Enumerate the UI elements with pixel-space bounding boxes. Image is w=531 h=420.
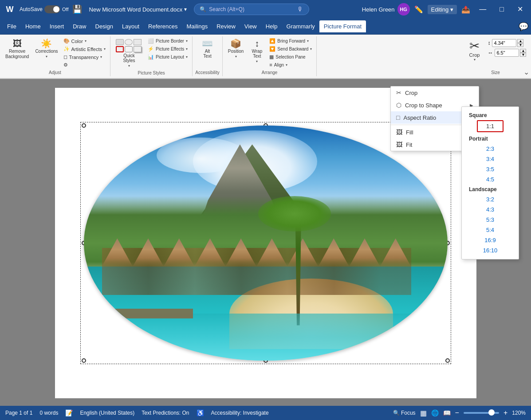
bring-forward-icon: 🔼: [269, 38, 275, 44]
menu-insert[interactable]: Insert: [45, 20, 69, 32]
aspect-16-10[interactable]: 16:10: [465, 245, 515, 255]
editing-mode[interactable]: Editing ▾: [428, 5, 457, 14]
menu-home[interactable]: Home: [21, 20, 45, 32]
view-web-icon[interactable]: 🌐: [431, 409, 439, 416]
color-button[interactable]: 🎨 Color ▾: [62, 37, 107, 45]
accessibility-label: Accessibility: [195, 69, 219, 76]
bring-forward-button[interactable]: 🔼 Bring Forward ▾: [267, 37, 314, 45]
picture-border-button[interactable]: ⬜ Picture Border ▾: [146, 37, 189, 45]
user-avatar[interactable]: HG: [397, 3, 410, 16]
artistic-effects-button[interactable]: ✨ Artistic Effects ▾: [62, 45, 107, 53]
language-icon[interactable]: 📝: [65, 409, 73, 416]
picture-styles-content: QuickStyles ▾ ⬜ Picture Border ▾ ⚡ Pictu…: [113, 37, 189, 70]
landscape-graphic: [84, 126, 448, 361]
microphone-icon[interactable]: 🎙: [297, 6, 303, 13]
selection-pane-button[interactable]: ▦ Selection Pane: [267, 53, 314, 61]
close-button[interactable]: ✕: [513, 0, 527, 19]
aspect-4-5[interactable]: 4:5: [465, 174, 515, 184]
menu-file[interactable]: File: [3, 20, 21, 32]
menu-help[interactable]: Help: [261, 20, 282, 32]
size-inputs: ↕ ▲ ▼ ↔ ▲ ▼: [488, 39, 526, 57]
more-adjust-button[interactable]: ⚙: [62, 61, 107, 69]
remove-background-button[interactable]: 🖼 RemoveBackground: [3, 37, 31, 61]
dropdown-arrow[interactable]: ▾: [184, 6, 187, 12]
width-input[interactable]: [495, 49, 519, 57]
arrange-label: Arrange: [225, 69, 314, 76]
aspect-5-4[interactable]: 5:4: [465, 225, 515, 235]
view-read-icon[interactable]: 📖: [443, 409, 451, 416]
zoom-slider[interactable]: [464, 412, 499, 414]
ribbon-group-arrange: 📦 Position ▾ ↕️ WrapText ▾ 🔼 Bring Forwa…: [223, 36, 317, 76]
save-icon[interactable]: 💾: [72, 4, 82, 14]
aspect-16-9[interactable]: 16:9: [465, 235, 515, 245]
crop-shape-icon: ⬡: [396, 102, 401, 109]
menu-picture-format[interactable]: Picture Format: [319, 20, 366, 32]
menu-view[interactable]: View: [240, 20, 261, 32]
aspect-ratio-icon: □: [396, 114, 400, 121]
width-up-button[interactable]: ▲: [520, 49, 526, 53]
transparency-arrow: ▾: [100, 55, 102, 59]
menu-references[interactable]: References: [144, 20, 182, 32]
send-backward-button[interactable]: 🔽 Send Backward ▾: [267, 45, 314, 53]
height-down-button[interactable]: ▼: [517, 43, 523, 47]
align-icon: ≡: [269, 62, 272, 67]
menu-grammarly[interactable]: Grammarly: [282, 20, 319, 32]
picture-styles-label: Picture Styles: [113, 70, 189, 77]
aspect-2-3[interactable]: 2:3: [465, 144, 515, 154]
zoom-in-button[interactable]: +: [503, 409, 507, 417]
transparency-icon: ◻: [63, 54, 67, 60]
aspect-3-5[interactable]: 3:5: [465, 164, 515, 174]
image-container[interactable]: [84, 126, 448, 361]
aspect-3-4[interactable]: 3:4: [465, 154, 515, 164]
focus-label[interactable]: 🔍 Focus: [393, 410, 416, 416]
adjust-label: Adjust: [3, 69, 107, 76]
palm-fronds: [258, 196, 331, 232]
portrait-title: Portrait: [465, 134, 515, 144]
position-button[interactable]: 📦 Position ▾: [225, 37, 247, 60]
aspect-4-3[interactable]: 4:3: [465, 204, 515, 215]
corrections-button[interactable]: ☀️ Corrections ▾: [32, 37, 60, 60]
editing-dropdown[interactable]: ▾: [450, 6, 453, 13]
minimize-button[interactable]: —: [475, 0, 491, 19]
quick-styles-button[interactable]: QuickStyles ▾: [113, 37, 145, 70]
picture-effects-button[interactable]: ⚡ Picture Effects ▾: [146, 45, 189, 53]
crop-menu-crop[interactable]: ✂ Crop: [391, 86, 479, 99]
share-icon[interactable]: 📤: [461, 5, 470, 14]
comments-icon[interactable]: 💬: [519, 22, 528, 31]
menu-layout[interactable]: Layout: [118, 20, 144, 32]
accessibility-content: ⌨️ AltText: [198, 37, 217, 69]
menu-design[interactable]: Design: [91, 20, 118, 32]
aspect-5-3[interactable]: 5:3: [465, 215, 515, 225]
aspect-1-1[interactable]: 1:1: [477, 120, 503, 132]
crop-icon: ✂: [469, 40, 480, 52]
accessibility-icon[interactable]: ♿: [197, 409, 204, 416]
picture-layout-button[interactable]: 📊 Picture Layout ▾: [146, 53, 189, 61]
corrections-icon: ☀️: [41, 39, 52, 48]
fill-icon: 🖼: [396, 129, 402, 136]
height-input[interactable]: [492, 39, 516, 47]
height-input-row: ↕ ▲ ▼: [488, 39, 526, 47]
autosave-toggle[interactable]: [44, 5, 60, 13]
width-down-button[interactable]: ▼: [520, 53, 526, 57]
pier: [102, 309, 193, 318]
zoom-out-button[interactable]: −: [455, 409, 459, 417]
height-up-button[interactable]: ▲: [517, 39, 523, 43]
maximize-button[interactable]: □: [495, 0, 508, 19]
wrap-text-button[interactable]: ↕️ WrapText ▾: [247, 37, 267, 65]
crop-button[interactable]: ✂ Crop ▾: [465, 37, 484, 64]
width-input-row: ↔ ▲ ▼: [488, 49, 526, 57]
menu-review[interactable]: Review: [212, 20, 240, 32]
ribbon-group-picture-styles: QuickStyles ▾ ⬜ Picture Border ▾ ⚡ Pictu…: [110, 36, 193, 76]
view-layout-icon[interactable]: ▦: [420, 409, 427, 417]
height-spinners: ▲ ▼: [517, 39, 523, 47]
collapse-ribbon-button[interactable]: ⌄: [522, 66, 531, 78]
alt-text-button[interactable]: ⌨️ AltText: [198, 37, 217, 60]
pen-icon[interactable]: ✏️: [414, 5, 423, 14]
compress-icon: ⚙: [63, 62, 68, 68]
menu-draw[interactable]: Draw: [68, 20, 90, 32]
align-button[interactable]: ≡ Align ▾: [267, 61, 314, 68]
aspect-3-2[interactable]: 3:2: [465, 194, 515, 204]
menu-mailings[interactable]: Mailings: [182, 20, 212, 32]
transparency-button[interactable]: ◻ Transparency ▾: [62, 53, 107, 61]
search-box[interactable]: 🔍 Search (Alt+Q) 🎙: [194, 4, 309, 15]
